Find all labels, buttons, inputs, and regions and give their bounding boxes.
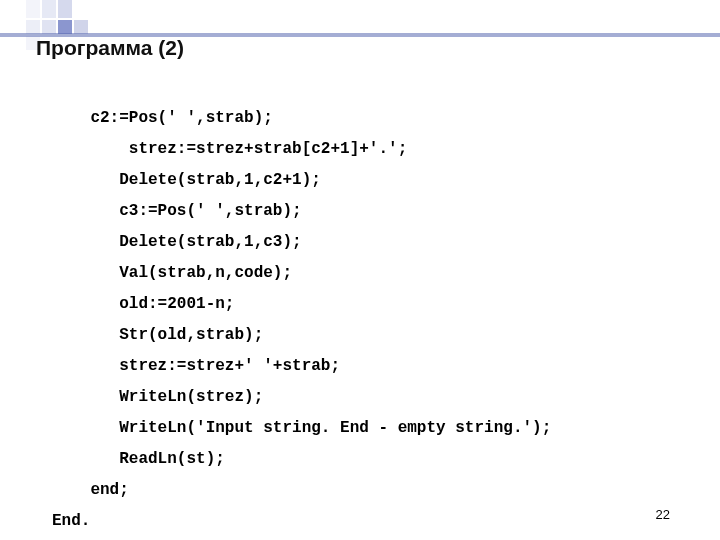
decor-square	[26, 20, 40, 34]
decor-square	[42, 20, 56, 34]
decor-square	[42, 0, 56, 18]
decor-square	[58, 0, 72, 18]
code-line: Delete(strab,1,c3);	[52, 233, 302, 251]
code-line: Str(old,strab);	[52, 326, 263, 344]
decor-square	[58, 20, 72, 34]
code-line: ReadLn(st);	[52, 450, 225, 468]
code-line: c2:=Pos(' ',strab);	[52, 109, 273, 127]
decor-square	[74, 20, 88, 34]
code-line: end;	[52, 481, 129, 499]
code-line: strez:=strez+' '+strab;	[52, 357, 340, 375]
code-line: End.	[52, 512, 90, 530]
code-line: Val(strab,n,code);	[52, 264, 292, 282]
decor-square	[26, 0, 40, 18]
code-line: strez:=strez+strab[c2+1]+'.';	[52, 140, 407, 158]
code-line: old:=2001-n;	[52, 295, 234, 313]
page-title: Программа (2)	[36, 36, 184, 60]
code-line: c3:=Pos(' ',strab);	[52, 202, 302, 220]
code-line: WriteLn('Input string. End - empty strin…	[52, 419, 551, 437]
code-listing: c2:=Pos(' ',strab); strez:=strez+strab[c…	[52, 72, 551, 537]
code-line: Delete(strab,1,c2+1);	[52, 171, 321, 189]
code-line: WriteLn(strez);	[52, 388, 263, 406]
page-number: 22	[656, 507, 670, 522]
